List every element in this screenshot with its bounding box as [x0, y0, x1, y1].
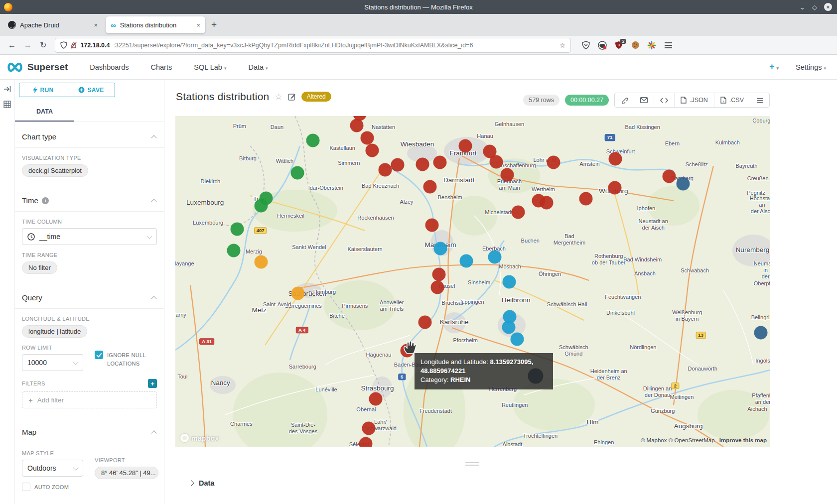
map-point[interactable]: [677, 177, 690, 191]
new-chart-button[interactable]: +▾: [769, 62, 779, 72]
section-time[interactable]: Timei: [15, 186, 164, 212]
map-point[interactable]: [501, 168, 514, 182]
map-point[interactable]: [361, 131, 374, 145]
multicolor-extension-icon[interactable]: [647, 41, 656, 50]
nav-sql-lab[interactable]: SQL Lab▾: [194, 63, 226, 71]
app-menu-icon[interactable]: [664, 41, 673, 50]
checkbox-checked-icon[interactable]: [95, 351, 103, 359]
lonlat-value[interactable]: longitude | latitude: [22, 325, 87, 338]
attr-mapbox[interactable]: © Mapbox: [641, 437, 667, 443]
map-point[interactable]: [359, 437, 373, 447]
row-limit-select[interactable]: 10000: [22, 354, 83, 371]
add-filter-box[interactable]: + Add filter: [22, 391, 157, 408]
map-point[interactable]: [460, 254, 473, 268]
map-point[interactable]: [291, 287, 305, 300]
viewport-value[interactable]: 8° 46' 45.28" | 49...: [95, 467, 158, 479]
share-link-button[interactable]: [615, 93, 634, 107]
map-point[interactable]: [366, 144, 379, 157]
map-point[interactable]: [425, 219, 439, 232]
map-point[interactable]: [431, 281, 444, 294]
viz-type-value[interactable]: deck.gl Scatterplot: [22, 164, 88, 177]
attr-improve-link[interactable]: Improve this map: [719, 437, 767, 443]
map-point[interactable]: [540, 196, 554, 210]
tab-stations-distribution[interactable]: ∞ Stations distribution ×: [106, 16, 205, 33]
map-point[interactable]: [434, 242, 447, 255]
map-point[interactable]: [418, 316, 432, 329]
section-chart-type[interactable]: Chart type: [15, 122, 164, 148]
ignore-null-checkbox[interactable]: IGNORE NULL LOCATIONS: [95, 351, 159, 368]
map-point[interactable]: [423, 180, 437, 194]
favorite-star-icon[interactable]: ☆: [275, 92, 282, 102]
add-filter-plus-button[interactable]: +: [148, 379, 157, 388]
chart-menu-button[interactable]: [750, 93, 769, 107]
map-point[interactable]: [291, 166, 304, 180]
cookie-extension-icon[interactable]: [631, 41, 640, 50]
resize-handle[interactable]: [465, 462, 479, 467]
map-point[interactable]: [416, 158, 429, 171]
url-input[interactable]: 172.18.0.4:32251/superset/explore/?form_…: [55, 38, 570, 52]
reload-icon[interactable]: ↻: [40, 40, 46, 50]
email-button[interactable]: [634, 93, 654, 107]
section-query[interactable]: Query: [15, 283, 164, 309]
map-point[interactable]: [459, 139, 472, 153]
time-column-select[interactable]: __time: [22, 228, 157, 245]
window-close-icon[interactable]: ×: [824, 3, 832, 11]
nav-charts[interactable]: Charts: [151, 63, 172, 71]
close-tab-icon[interactable]: ×: [196, 21, 200, 29]
map-point[interactable]: [547, 156, 560, 169]
close-tab-icon[interactable]: ×: [94, 21, 98, 29]
map-point[interactable]: [350, 119, 364, 132]
map-point[interactable]: [754, 326, 768, 340]
map-point[interactable]: [512, 206, 525, 219]
expand-panel-icon[interactable]: [3, 86, 11, 93]
nav-data[interactable]: Data▾: [248, 63, 268, 71]
map-point[interactable]: [663, 170, 676, 183]
map-point[interactable]: [391, 158, 405, 172]
map-point[interactable]: [609, 152, 622, 166]
shield-icon[interactable]: [60, 41, 67, 49]
map-point[interactable]: [511, 333, 524, 346]
attr-osm[interactable]: © OpenStreetMap: [669, 437, 715, 443]
time-range-value[interactable]: No filter: [22, 261, 57, 274]
map-style-select[interactable]: Outdoors: [22, 460, 83, 477]
map-point[interactable]: [503, 275, 516, 289]
forward-icon[interactable]: →: [24, 41, 32, 50]
ublock-extension-icon[interactable]: u2: [614, 41, 623, 50]
data-panel-toggle[interactable]: Data: [164, 473, 837, 487]
auto-zoom-checkbox[interactable]: AUTO ZOOM: [22, 483, 157, 492]
map-point[interactable]: [306, 134, 320, 147]
export-csv-button[interactable]: x.CSV: [714, 93, 750, 107]
new-tab-button[interactable]: +: [211, 19, 217, 30]
map-point[interactable]: [379, 163, 392, 177]
map-point[interactable]: [608, 181, 622, 195]
map-point[interactable]: [231, 223, 244, 236]
checkbox-unchecked-icon[interactable]: [22, 483, 30, 491]
map-point[interactable]: [255, 255, 268, 269]
settings-menu[interactable]: Settings▾: [796, 63, 826, 71]
map-point[interactable]: [369, 392, 383, 406]
section-point-size[interactable]: Point Size: [15, 500, 164, 504]
superset-logo[interactable]: Superset: [6, 62, 68, 73]
map-point[interactable]: [432, 268, 446, 281]
map-point[interactable]: [490, 155, 503, 169]
pocket-extension-icon[interactable]: [581, 41, 590, 50]
datasource-grid-icon[interactable]: [3, 101, 11, 108]
map-point[interactable]: [488, 251, 502, 264]
embed-code-button[interactable]: [654, 93, 674, 107]
map-point[interactable]: [255, 199, 268, 213]
window-maximize-icon[interactable]: ◇: [812, 4, 817, 10]
nav-dashboards[interactable]: Dashboards: [90, 63, 129, 71]
run-button[interactable]: RUN: [19, 83, 67, 97]
back-icon[interactable]: ←: [8, 41, 16, 50]
mapbox-logo[interactable]: mapbox: [180, 434, 219, 442]
save-button[interactable]: SAVE: [67, 83, 115, 97]
deckgl-map[interactable]: PrümDaunNastättenGelnhausenHanauBad Kiss…: [175, 116, 770, 447]
map-point[interactable]: [433, 156, 447, 169]
tab-apache-druid[interactable]: Apache Druid ×: [3, 16, 103, 33]
map-point[interactable]: [227, 244, 241, 257]
map-point[interactable]: [579, 192, 593, 206]
lock-insecure-icon[interactable]: [71, 42, 77, 49]
map-point[interactable]: [362, 422, 376, 435]
map-point[interactable]: [502, 321, 516, 334]
export-json-button[interactable]: .JSON: [674, 93, 714, 107]
